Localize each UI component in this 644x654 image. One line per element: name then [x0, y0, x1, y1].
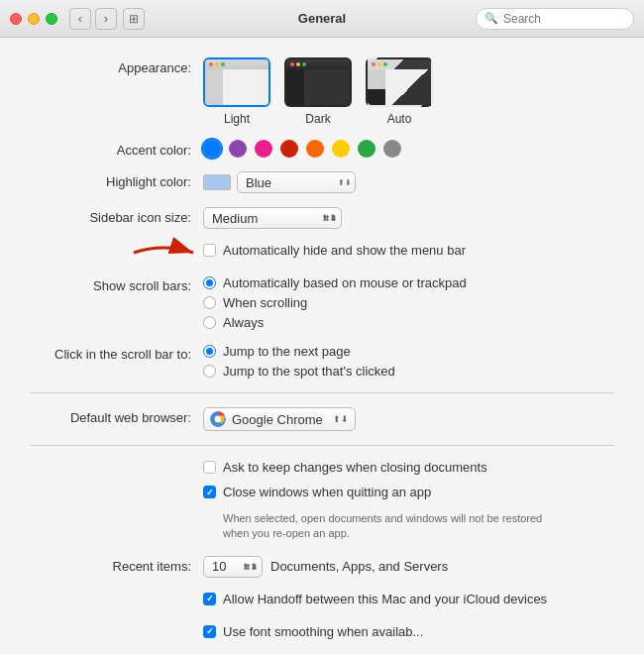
default-browser-select[interactable]: Google Chrome ⬆⬇	[203, 407, 356, 431]
back-button[interactable]: ‹	[69, 8, 91, 30]
click-next-page-radio-btn[interactable]	[203, 345, 216, 358]
scroll-auto-radio[interactable]: Automatically based on mouse or trackpad	[203, 275, 467, 290]
font-smoothing-content: Use font smoothing when availab...	[203, 624, 614, 643]
arrow-annotation	[124, 233, 203, 276]
handoff-row: Allow Handoff between this Mac and your …	[30, 592, 614, 610]
appearance-light[interactable]: Light	[203, 57, 270, 126]
handoff-checkbox-row: Allow Handoff between this Mac and your …	[203, 592, 547, 606]
highlight-color-swatch	[203, 174, 231, 190]
font-smoothing-row: Use font smoothing when availab...	[30, 624, 614, 643]
sidebar-icon-size-select[interactable]: Medium Small Large	[203, 207, 342, 229]
ask-keep-row: Ask to keep changes when closing documen…	[30, 460, 614, 542]
show-scroll-bars-radio-group: Automatically based on mouse or trackpad…	[203, 275, 467, 330]
click-next-page-radio[interactable]: Jump to the next page	[203, 344, 395, 359]
scroll-scrolling-radio-btn[interactable]	[203, 296, 216, 309]
handoff-content: Allow Handoff between this Mac and your …	[203, 592, 614, 610]
click-spot-radio[interactable]: Jump to the spot that's clicked	[203, 364, 395, 379]
click-spot-radio-btn[interactable]	[203, 365, 216, 378]
handoff-checkbox-label: Allow Handoff between this Mac and your …	[223, 592, 547, 606]
click-scroll-content: Jump to the next page Jump to the spot t…	[203, 344, 614, 379]
accent-color-label: Accent color:	[30, 140, 203, 158]
accent-purple[interactable]	[229, 140, 247, 158]
grid-button[interactable]: ⊞	[123, 8, 145, 30]
recent-items-content: 10 5 15 20 ⬆⬇ Documents, Apps, and Serve…	[203, 556, 614, 578]
scroll-auto-label: Automatically based on mouse or trackpad	[223, 275, 467, 290]
accent-color-row: Accent color:	[30, 140, 614, 158]
accent-gray[interactable]	[383, 140, 401, 158]
recent-items-select-wrapper: 10 5 15 20 ⬆⬇	[203, 556, 263, 578]
appearance-light-label: Light	[224, 112, 250, 126]
ask-keep-checkbox[interactable]	[203, 461, 216, 474]
close-windows-checkbox-row: Close windows when quitting an app	[203, 485, 431, 499]
search-icon: 🔍	[484, 12, 498, 25]
accent-orange[interactable]	[306, 140, 324, 158]
accent-blue[interactable]	[203, 140, 221, 158]
menu-bar-checkbox[interactable]	[203, 244, 216, 257]
click-scroll-radio-group: Jump to the next page Jump to the spot t…	[203, 344, 395, 379]
minimize-button[interactable]	[28, 13, 40, 25]
click-scroll-label: Click in the scroll bar to:	[30, 344, 203, 362]
default-browser-content: Google Chrome ⬆⬇	[203, 407, 614, 431]
close-windows-checkbox-label: Close windows when quitting an app	[223, 485, 431, 499]
appearance-dark[interactable]: Dark	[284, 57, 352, 126]
highlight-color-label: Highlight color:	[30, 171, 203, 189]
font-smoothing-checkbox-row: Use font smoothing when availab...	[203, 624, 423, 639]
close-windows-desc: When selected, open documents and window…	[223, 511, 560, 542]
appearance-row: Appearance: Light	[30, 57, 614, 126]
svg-point-3	[215, 416, 221, 422]
nav-buttons: ‹ ›	[69, 8, 117, 30]
appearance-label: Appearance:	[30, 57, 203, 75]
click-scroll-row: Click in the scroll bar to: Jump to the …	[30, 344, 614, 379]
recent-items-row: Recent items: 10 5 15 20 ⬆⬇ Documents, A…	[30, 556, 614, 578]
scroll-always-radio[interactable]: Always	[203, 315, 467, 330]
close-button[interactable]	[10, 13, 22, 25]
highlight-color-row: Highlight color: Blue	[30, 171, 614, 193]
handoff-checkbox[interactable]	[203, 593, 216, 605]
appearance-options: Light Dark	[203, 57, 614, 126]
menu-bar-label	[30, 243, 203, 246]
accent-red[interactable]	[280, 140, 298, 158]
highlight-color-content: Blue	[203, 171, 614, 193]
default-browser-row: Default web browser: Google Chrome ⬆⬇	[30, 407, 614, 431]
ask-keep-content: Ask to keep changes when closing documen…	[203, 460, 614, 542]
accent-yellow[interactable]	[332, 140, 350, 158]
handoff-label	[30, 592, 203, 595]
browser-name: Google Chrome	[232, 412, 323, 427]
scroll-always-radio-btn[interactable]	[203, 316, 216, 329]
font-smoothing-label	[30, 624, 203, 627]
recent-items-label: Recent items:	[30, 556, 203, 574]
scroll-scrolling-label: When scrolling	[223, 295, 307, 310]
sidebar-icon-size-select-wrapper: Medium Small Large ⬆⬇	[203, 207, 342, 229]
maximize-button[interactable]	[46, 13, 57, 25]
default-browser-label: Default web browser:	[30, 407, 203, 425]
ask-keep-checkbox-row: Ask to keep changes when closing documen…	[203, 460, 487, 475]
highlight-color-select[interactable]: Blue	[237, 171, 356, 193]
appearance-dark-label: Dark	[305, 112, 330, 126]
appearance-dark-thumb	[284, 57, 352, 107]
sidebar-icon-size-row: Sidebar icon size: Medium Small Large ⬆⬇	[30, 207, 614, 229]
scroll-auto-radio-btn[interactable]	[203, 276, 216, 289]
forward-button[interactable]: ›	[95, 8, 117, 30]
accent-pink[interactable]	[255, 140, 272, 158]
show-scroll-bars-row: Show scroll bars: Automatically based on…	[30, 275, 614, 330]
highlight-color-select-wrapper: Blue	[203, 171, 356, 193]
menu-bar-checkbox-label: Automatically hide and show the menu bar	[223, 243, 466, 258]
menu-bar-checkbox-row: Automatically hide and show the menu bar	[203, 243, 466, 258]
appearance-auto-thumb	[366, 57, 433, 107]
click-next-page-label: Jump to the next page	[223, 344, 351, 359]
menu-bar-row: Automatically hide and show the menu bar	[30, 243, 614, 262]
accent-green[interactable]	[358, 140, 376, 158]
scroll-scrolling-radio[interactable]: When scrolling	[203, 295, 467, 310]
search-input[interactable]	[503, 12, 625, 26]
menu-bar-content: Automatically hide and show the menu bar	[203, 243, 614, 262]
show-scroll-bars-content: Automatically based on mouse or trackpad…	[203, 275, 614, 330]
recent-items-select[interactable]: 10 5 15 20	[203, 556, 263, 578]
titlebar: ‹ › ⊞ General 🔍	[0, 0, 644, 38]
font-smoothing-checkbox[interactable]	[203, 625, 216, 638]
close-windows-checkbox[interactable]	[203, 486, 216, 498]
ask-keep-checkbox-label: Ask to keep changes when closing documen…	[223, 460, 487, 475]
appearance-auto[interactable]: Auto	[366, 57, 433, 126]
search-box[interactable]: 🔍	[476, 8, 634, 30]
sidebar-icon-size-label: Sidebar icon size:	[30, 207, 203, 225]
recent-items-suffix: Documents, Apps, and Servers	[270, 559, 448, 574]
